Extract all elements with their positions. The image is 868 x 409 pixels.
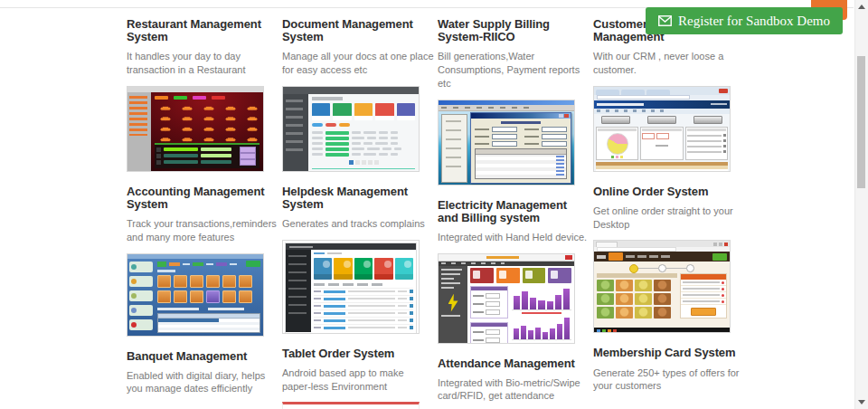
- product-description: Generate 250+ types of offers for your c…: [593, 366, 745, 394]
- product-card-crm: Customer Relationship Management With ou…: [593, 18, 749, 172]
- mock-pie-panel: [596, 127, 638, 160]
- mock-menubar: [439, 105, 574, 111]
- product-card-online-order: Online Order System Get online order str…: [593, 185, 749, 334]
- product-description: Manage all your docs at one place for ea…: [282, 50, 434, 77]
- mock-stepper: [597, 263, 727, 273]
- mock-bar-charts: [512, 286, 571, 340]
- register-sandbox-demo-button[interactable]: Register for Sandbox Demo: [646, 7, 843, 34]
- grid-column-1: Restaurant Management System It handles …: [127, 0, 282, 409]
- mock-browser-chrome: [594, 241, 730, 247]
- lightning-icon: [448, 294, 458, 312]
- product-thumbnail-crm[interactable]: [593, 86, 731, 172]
- product-card-helpdesk: Helpdesk Management System Generates and…: [282, 185, 438, 334]
- product-card-restaurant: Restaurant Management System It handles …: [127, 18, 282, 172]
- close-icon: [564, 114, 569, 118]
- product-title: Accounting Management System: [127, 185, 271, 211]
- product-card-attendance: Attendance Management Integrated with Bi…: [438, 357, 593, 409]
- mock-cart-panel: [680, 273, 727, 319]
- mock-table: [475, 148, 567, 179]
- product-title: Tablet Order System: [282, 347, 427, 360]
- product-card-water-billing: Water Supply Billing System-RIICO Bill g…: [438, 18, 593, 185]
- mock-summary-panel: [685, 127, 728, 160]
- product-card-tablet-order: Tablet Order System Android based app to…: [282, 347, 438, 409]
- mock-sidebar: [127, 259, 155, 337]
- mock-navbar: [283, 87, 419, 94]
- product-description: Track your transactions,reminders and ma…: [127, 217, 278, 244]
- product-description: Enabled with digital diary, helps you ma…: [127, 369, 278, 396]
- mock-sidebar: [127, 92, 151, 171]
- scroll-down-icon[interactable]: [858, 400, 865, 404]
- mock-navbar: [594, 252, 730, 262]
- mock-app-header: [594, 100, 730, 109]
- mock-tile-grid: [157, 275, 260, 303]
- mock-stat-cards: [470, 268, 571, 283]
- product-grid: Restaurant Management System It handles …: [127, 0, 749, 409]
- product-thumbnail-water-billing[interactable]: [438, 100, 575, 185]
- mock-stat-cards: [312, 103, 415, 120]
- mock-stat-cards: [314, 258, 413, 280]
- product-description: Integrated with Bio-metric/Swipe card/RF…: [438, 376, 590, 404]
- mock-sidebar: [286, 250, 311, 332]
- mock-table: [596, 169, 728, 172]
- product-description: Integrated with Hand Held device.: [438, 231, 590, 244]
- close-icon: [565, 255, 572, 260]
- product-title: Water Supply Billing System-RIICO: [438, 18, 582, 43]
- product-title: Document Management System: [282, 18, 427, 43]
- register-button-label: Register for Sandbox Demo: [678, 14, 830, 29]
- product-thumbnail-electricity[interactable]: [438, 253, 575, 344]
- product-thumbnail-helpdesk[interactable]: [282, 240, 420, 334]
- product-title: Restaurant Management System: [127, 18, 271, 43]
- mock-detail-panel: [640, 127, 683, 160]
- mock-sidebar: [283, 94, 308, 171]
- product-description: Get online order straight to your Deskto…: [593, 204, 745, 232]
- product-description: Generates and tracks complains: [282, 217, 434, 231]
- mock-food-grid: [597, 273, 677, 319]
- grid-column-4: Customer Relationship Management With ou…: [593, 0, 749, 409]
- product-description: It handles your day to day transaction i…: [127, 50, 278, 77]
- product-thumbnail-accounting[interactable]: [127, 253, 264, 337]
- product-thumbnail-document-dashboard[interactable]: [282, 86, 420, 172]
- product-card-electricity: Electricity Management and Billing syste…: [438, 199, 593, 344]
- mock-pagination: [312, 160, 415, 165]
- product-title: Electricity Management and Billing syste…: [438, 199, 582, 224]
- mock-table-buttons: [155, 103, 259, 143]
- mock-table: [157, 313, 260, 333]
- mock-browser-tabs: [594, 87, 730, 95]
- mock-navbar: [286, 243, 416, 250]
- scrollbar[interactable]: [854, 0, 868, 409]
- mock-dialog: [470, 112, 571, 184]
- product-title: Online Order System: [593, 185, 738, 198]
- scrollbar-thumb[interactable]: [857, 56, 865, 188]
- mock-titlebar: [439, 254, 574, 262]
- product-card-banquet: Banquet Management Enabled with digital …: [127, 350, 282, 396]
- pie-chart: [607, 133, 628, 155]
- mock-side-panel: [441, 114, 467, 183]
- grid-column-2: Document Management System Manage all yo…: [282, 0, 438, 409]
- product-title: Banquet Management: [127, 350, 271, 363]
- product-thumbnail-tablet-order-partial[interactable]: [282, 402, 420, 409]
- mock-taskbar: [594, 328, 730, 333]
- product-description: Bill generations,Water Consumptions, Pay…: [438, 50, 590, 90]
- mock-buttons: [594, 114, 730, 126]
- product-title: Membership Card System: [593, 347, 738, 359]
- product-thumbnail-restaurant-pos[interactable]: [127, 86, 264, 172]
- product-card-document: Document Management System Manage all yo…: [282, 18, 438, 172]
- close-icon: [724, 243, 728, 246]
- scroll-up-icon[interactable]: [858, 5, 865, 9]
- mock-sidebar: [439, 266, 467, 344]
- product-description: With our CRM , never loose a customer.: [593, 50, 745, 77]
- envelope-icon: [658, 15, 672, 26]
- product-description: Android based app to make paper-less Env…: [282, 366, 434, 394]
- product-card-accounting: Accounting Management System Track your …: [127, 185, 282, 337]
- grid-column-3: Water Supply Billing System-RIICO Bill g…: [438, 0, 593, 409]
- close-icon: [719, 89, 728, 93]
- product-title: Helpdesk Management System: [282, 185, 427, 211]
- product-title: Attendance Management: [438, 357, 582, 370]
- product-thumbnail-online-order[interactable]: [593, 240, 731, 333]
- product-card-membership: Membership Card System Generate 250+ typ…: [593, 347, 749, 393]
